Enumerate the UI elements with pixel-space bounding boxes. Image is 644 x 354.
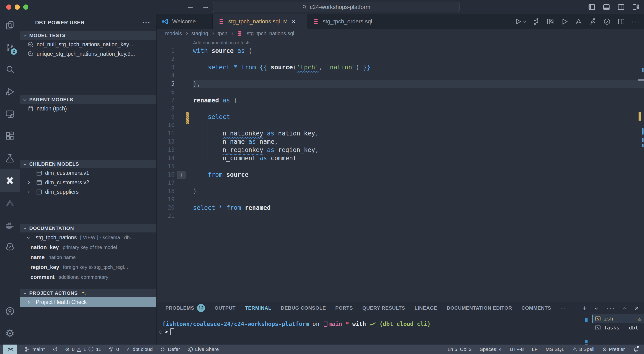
section-header[interactable]: PROJECT ACTIONS xyxy=(20,289,156,297)
maximize-panel-icon[interactable] xyxy=(623,307,626,311)
query-preview-icon[interactable] xyxy=(546,18,554,25)
panel-tab-debug-console[interactable]: DEBUG CONSOLE xyxy=(281,305,326,311)
docker-icon[interactable] xyxy=(0,214,20,236)
run-adapter-icon[interactable] xyxy=(589,18,597,25)
testing-beaker-icon[interactable] xyxy=(0,147,20,169)
dbt-logo-icon[interactable] xyxy=(575,18,582,25)
status-item-sync-changes[interactable] xyxy=(52,347,58,352)
section-header[interactable]: MODEL TESTS xyxy=(20,31,156,40)
add-comment-button[interactable]: + xyxy=(177,171,186,179)
close-panel-icon[interactable]: × xyxy=(634,304,639,312)
breadcrumb-item[interactable]: stg_tpch_nations.sql xyxy=(247,30,294,36)
test-model-icon[interactable] xyxy=(603,18,611,25)
status-item-language-mode[interactable]: MS SQL xyxy=(546,347,564,352)
sidebar-item[interactable]: stg_tpch_nations[ VIEW ] - schema : db..… xyxy=(20,232,156,242)
code-line[interactable]: select * from {{ source('tpch', 'nation'… xyxy=(181,63,644,71)
forward-icon[interactable]: → xyxy=(202,2,209,11)
code-line[interactable] xyxy=(181,179,644,187)
more-actions-icon[interactable]: ··· xyxy=(632,17,641,25)
maximize-window-button[interactable] xyxy=(23,4,28,10)
status-item-encoding[interactable]: UTF-8 xyxy=(510,347,524,352)
panel-tab-output[interactable]: OUTPUT xyxy=(214,305,236,311)
sidebar-item-selected[interactable]: Project Health Check xyxy=(20,297,156,307)
panel-tab-ports[interactable]: PORTS xyxy=(335,305,353,311)
terminal-view[interactable]: fishtown/coalesce-24/c24-workshops-platf… xyxy=(157,314,644,345)
status-item-git-branch[interactable]: main* xyxy=(24,347,45,352)
breadcrumb-item[interactable]: staging xyxy=(191,30,208,36)
panel-tab-comments[interactable]: COMMENTS xyxy=(522,305,551,311)
code-line[interactable] xyxy=(181,121,644,129)
panel-tab-lineage[interactable]: LINEAGE xyxy=(414,305,437,311)
tab-welcome[interactable]: Welcome xyxy=(157,14,212,29)
status-item-live-share[interactable]: Live Share xyxy=(187,347,219,352)
toggle-primary-sidebar-icon[interactable] xyxy=(588,3,596,11)
panel-tab-problems[interactable]: PROBLEMS12 xyxy=(165,304,205,312)
code-line[interactable] xyxy=(181,55,644,63)
sidebar-item[interactable]: nation_keyprimary key of the model xyxy=(20,242,156,252)
code-line[interactable]: n_regionkey as region_key, xyxy=(181,146,644,154)
tab-stg-tpch-orders[interactable]: stg_tpch_orders.sql xyxy=(307,14,380,29)
split-editor-icon[interactable] xyxy=(617,18,625,25)
code-line[interactable]: ), xyxy=(181,80,644,88)
toggle-panel-icon[interactable] xyxy=(602,3,610,11)
section-header[interactable]: CHILDREN MODELS xyxy=(20,160,156,168)
code-line[interactable] xyxy=(181,71,644,80)
explorer-icon[interactable] xyxy=(0,14,20,36)
minimize-window-button[interactable] xyxy=(15,4,20,10)
tab-stg-tpch-nations[interactable]: stg_tpch_nations.sql M × xyxy=(212,14,307,29)
code-line[interactable]: select * from renamed xyxy=(181,204,644,212)
breadcrumb-item[interactable]: tpch xyxy=(218,30,228,36)
status-item-indentation[interactable]: Spaces: 4 xyxy=(480,347,502,352)
panel-tab--[interactable]: ··· xyxy=(560,305,566,311)
panel-tab-documentation-editor[interactable]: DOCUMENTATION EDITOR xyxy=(447,305,512,311)
panel-tab-terminal[interactable]: TERMINAL xyxy=(245,305,272,311)
panel-more-actions-icon[interactable]: ··· xyxy=(606,304,615,312)
section-header[interactable]: PARENT MODELS xyxy=(20,95,156,104)
status-item-prettier[interactable]: ⊘Prettier xyxy=(602,346,625,352)
sidebar-item[interactable]: dim_customers.v2 xyxy=(20,178,156,187)
extensions-icon[interactable] xyxy=(0,125,20,147)
sidebar-more-actions-icon[interactable]: ··· xyxy=(142,19,151,27)
execute-sql-icon[interactable] xyxy=(560,18,568,25)
run-dbt-model-icon[interactable] xyxy=(514,18,526,25)
todo-tree-icon[interactable] xyxy=(0,236,20,258)
sidebar-item[interactable]: dim_customers.v1 xyxy=(20,168,156,178)
breadcrumb-item[interactable]: models xyxy=(165,30,182,36)
status-item-eol[interactable]: LF xyxy=(532,347,538,352)
status-item-notifications[interactable] xyxy=(633,347,639,352)
back-icon[interactable]: ← xyxy=(187,2,194,11)
settings-gear-icon[interactable]: ⚙ xyxy=(0,322,20,345)
code-line[interactable]: n_nationkey as nation_key, xyxy=(181,129,644,138)
code-line[interactable] xyxy=(181,195,644,204)
section-header[interactable]: DOCUMENTATION xyxy=(20,224,156,232)
sidebar-item[interactable]: region_keyforeign key to stg_tpch_regi..… xyxy=(20,262,156,272)
status-item-remote-indicator[interactable]: >< xyxy=(3,345,17,354)
mountain-logo-icon[interactable] xyxy=(0,192,20,214)
new-terminal-icon[interactable]: + xyxy=(582,304,587,312)
status-item-defer[interactable]: Defer xyxy=(160,347,180,352)
close-tab-icon[interactable]: × xyxy=(292,18,295,25)
terminal-prompt[interactable]: ○ > xyxy=(159,328,174,335)
customize-layout-icon[interactable] xyxy=(632,3,640,11)
code-line[interactable]: ) xyxy=(181,187,644,195)
build-dbt-model-icon[interactable] xyxy=(532,18,540,25)
terminal-list-item[interactable]: zsh⚠ xyxy=(592,314,644,323)
terminal-profile-dropdown-icon[interactable] xyxy=(595,306,598,310)
sidebar-item[interactable]: nation (tpch) xyxy=(20,104,156,113)
status-item-cursor-position[interactable]: Ln 5, Col 3 xyxy=(448,347,472,352)
status-item-problems-summary[interactable]: ⊗0△1ⓘ11 xyxy=(65,346,101,353)
code-line[interactable]: renamed as ( xyxy=(181,96,644,104)
code-line[interactable]: with source as ( xyxy=(181,47,644,55)
code-line[interactable]: select xyxy=(181,113,644,121)
remote-explorer-icon[interactable] xyxy=(0,103,20,125)
dbt-power-user-icon[interactable] xyxy=(0,169,20,192)
code-line[interactable]: n_comment as comment xyxy=(181,154,644,162)
close-window-button[interactable] xyxy=(6,4,11,10)
code-line[interactable] xyxy=(181,88,644,96)
code-line[interactable] xyxy=(181,104,644,113)
codelens-link[interactable]: Add documentation or tests xyxy=(193,40,250,45)
status-item-ports-forwarded[interactable]: 0 xyxy=(108,347,119,352)
sidebar-item[interactable]: commentadditional commentary xyxy=(20,272,156,282)
panel-tab-query-results[interactable]: QUERY RESULTS xyxy=(362,305,405,311)
toggle-secondary-sidebar-icon[interactable] xyxy=(617,3,625,11)
